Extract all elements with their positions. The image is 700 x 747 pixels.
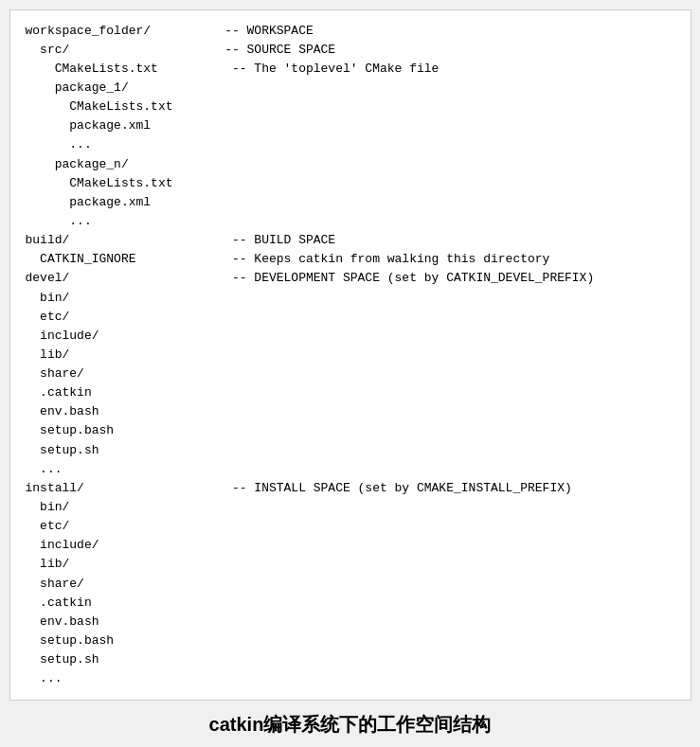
line-workspace: workspace_folder/ -- WORKSPACE src/ -- S… [26,24,595,686]
code-block: workspace_folder/ -- WORKSPACE src/ -- S… [9,9,691,702]
main-container: workspace_folder/ -- WORKSPACE src/ -- S… [9,9,691,738]
caption-text: catkin编译系统下的工作空间结构 [209,712,492,738]
